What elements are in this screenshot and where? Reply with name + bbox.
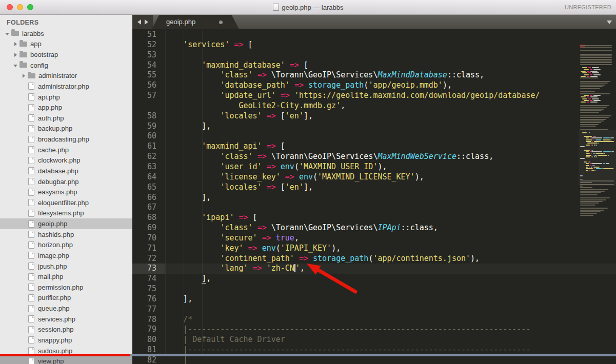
code-line-53[interactable]: 53	[132, 50, 616, 60]
file-icon	[28, 178, 34, 185]
minimap-line	[588, 72, 591, 73]
file-icon	[28, 347, 34, 354]
sidebar-item-services-php[interactable]: services.php	[0, 314, 132, 325]
sidebar-item-eloquentfilter-php[interactable]: eloquentfilter.php	[0, 197, 132, 208]
tab-nav-arrows	[132, 14, 153, 29]
minimap-line	[580, 187, 592, 188]
code-line-63[interactable]: 63 'user_id' => env('MAXMIND_USER_ID'),	[132, 162, 616, 172]
sidebar-item-label: bootstrap	[30, 51, 58, 58]
sidebar-item-geoip-php[interactable]: geoip.php	[0, 218, 132, 229]
chevron-right-icon[interactable]	[12, 41, 18, 47]
code-line-65[interactable]: 65 'locales' => ['en'],	[132, 183, 616, 193]
tab-overflow-icon[interactable]	[607, 21, 612, 24]
code-line-59[interactable]: 59 ],	[132, 122, 616, 132]
code-line-72[interactable]: 72 'continent_path' => storage_path('app…	[132, 254, 616, 264]
prev-tab-icon[interactable]	[137, 19, 141, 25]
code-line-54[interactable]: 54 'maxmind_database' => [	[132, 60, 616, 71]
file-icon	[28, 157, 34, 164]
registration-status: UNREGISTERED	[565, 0, 611, 14]
minimap-line	[580, 205, 595, 206]
sidebar-item-label: broadcasting.php	[38, 135, 89, 143]
sidebar-item-easysms-php[interactable]: easysms.php	[0, 187, 132, 197]
sidebar-item-queue-php[interactable]: queue.php	[0, 303, 132, 314]
code-line-76[interactable]: 76 ],	[132, 294, 616, 305]
minimap-line	[580, 126, 596, 127]
sidebar-item-image-php[interactable]: image.php	[0, 250, 132, 261]
code-line-52[interactable]: 52 'services' => [	[132, 40, 616, 50]
code-line-wrap[interactable]: GeoLite2-City.mmdb.gz',	[132, 101, 616, 111]
sidebar-item-filesystems-php[interactable]: filesystems.php	[0, 208, 132, 219]
sidebar-item-auth-php[interactable]: auth.php	[0, 113, 132, 124]
code-line-62[interactable]: 62 'class' => \Torann\GeoIP\Services\Max…	[132, 152, 616, 162]
sidebar-item-larabbs[interactable]: larabbs	[0, 28, 132, 39]
sidebar-item-broadcasting-php[interactable]: broadcasting.php	[0, 134, 132, 145]
sidebar-item-horizon-php[interactable]: horizon.php	[0, 240, 132, 251]
sidebar-item-session-php[interactable]: session.php	[0, 325, 132, 335]
sidebar-item-snappy-php[interactable]: snappy.php	[0, 335, 132, 346]
minimap-line	[593, 69, 601, 70]
chevron-right-icon[interactable]	[12, 52, 18, 58]
code-line-77[interactable]: 77	[132, 305, 616, 315]
code-line-71[interactable]: 71 'key' => env('IPAPI_KEY'),	[132, 244, 616, 254]
sidebar-item-clockwork-php[interactable]: clockwork.php	[0, 155, 132, 166]
line-number: 67	[132, 203, 165, 213]
sidebar-item-api-php[interactable]: api.php	[0, 92, 132, 103]
chevron-down-icon[interactable]	[4, 30, 10, 36]
code-line-66[interactable]: 66 ],	[132, 193, 616, 203]
sidebar-item-permission-php[interactable]: permission.php	[0, 282, 132, 293]
chevron-right-icon[interactable]	[21, 73, 27, 79]
code-line-55[interactable]: 55 'class' => \Torann\GeoIP\Services\Max…	[132, 70, 616, 80]
sidebar-item-config[interactable]: config	[0, 60, 132, 71]
minimap-line	[593, 100, 601, 101]
code-line-68[interactable]: 68 'ipapi' => [	[132, 213, 616, 223]
code-line-74[interactable]: 74 ],	[132, 274, 616, 284]
file-icon	[28, 93, 34, 100]
code-line-78[interactable]: 78 /*	[132, 315, 616, 325]
sidebar-item-label: cache.php	[38, 146, 69, 154]
code-text: 'services' => [	[165, 40, 253, 50]
code-line-64[interactable]: 64 'license_key' => env('MAXMIND_LICENSE…	[132, 172, 616, 183]
sidebar-item-label: purifier.php	[38, 294, 71, 301]
sidebar-item-purifier-php[interactable]: purifier.php	[0, 293, 132, 304]
code-line-75[interactable]: 75	[132, 284, 616, 294]
sidebar-item-cache-php[interactable]: cache.php	[0, 145, 132, 155]
code-line-79[interactable]: 79 |------------------------------------…	[132, 325, 616, 335]
sidebar-item-mail-php[interactable]: mail.php	[0, 271, 132, 282]
line-number: 78	[132, 315, 165, 325]
minimap-viewport[interactable]	[579, 130, 616, 186]
code-line-51[interactable]: 51	[132, 30, 616, 40]
sidebar-item-hashids-php[interactable]: hashids.php	[0, 229, 132, 240]
sidebar-item-view-php[interactable]: view.php	[0, 356, 132, 364]
sidebar-item-database-php[interactable]: database.php	[0, 166, 132, 176]
sidebar-item-backup-php[interactable]: backup.php	[0, 124, 132, 134]
video-progress-bar[interactable]	[0, 354, 616, 356]
sidebar-item-debugbar-php[interactable]: debugbar.php	[0, 176, 132, 187]
code-line-61[interactable]: 61 'maxmind_api' => [	[132, 141, 616, 152]
sidebar-item-app-php[interactable]: app.php	[0, 102, 132, 113]
minimap[interactable]	[579, 44, 616, 364]
chevron-down-icon[interactable]	[12, 62, 18, 68]
sidebar-item-administrator[interactable]: administrator	[0, 71, 132, 82]
line-number: 77	[132, 305, 165, 315]
file-icon	[28, 315, 34, 322]
code-line-82[interactable]: 82 |	[132, 355, 616, 364]
code-line-57[interactable]: 57 'update_url' => 'https://geolite.maxm…	[132, 91, 616, 101]
line-number: 60	[132, 131, 165, 141]
code-line-56[interactable]: 56 'database_path' => storage_path('app/…	[132, 80, 616, 91]
code-line-80[interactable]: 80 | Default Cache Driver	[132, 335, 616, 345]
minimap-line	[580, 83, 608, 84]
sidebar-item-jpush-php[interactable]: jpush.php	[0, 261, 132, 272]
sidebar-item-app[interactable]: app	[0, 39, 132, 50]
tab-geoip-php[interactable]: geoip.php	[152, 14, 239, 29]
code-line-58[interactable]: 58 'locales' => ['en'],	[132, 111, 616, 122]
code-line-70[interactable]: 70 'secure' => true,	[132, 233, 616, 244]
spacer	[21, 337, 27, 343]
code-line-73[interactable]: 73 'lang' => 'zh-CN',	[132, 264, 616, 274]
code-line-60[interactable]: 60	[132, 131, 616, 141]
code-line-67[interactable]: 67	[132, 203, 616, 213]
next-tab-icon[interactable]	[145, 19, 148, 25]
code-area[interactable]: 5152 'services' => [5354 'maxmind_databa…	[132, 29, 616, 364]
code-line-69[interactable]: 69 'class' => \Torann\GeoIP\Services\IPA…	[132, 223, 616, 233]
sidebar-item-administrator-php[interactable]: administrator.php	[0, 81, 132, 92]
sidebar-item-bootstrap[interactable]: bootstrap	[0, 49, 132, 60]
